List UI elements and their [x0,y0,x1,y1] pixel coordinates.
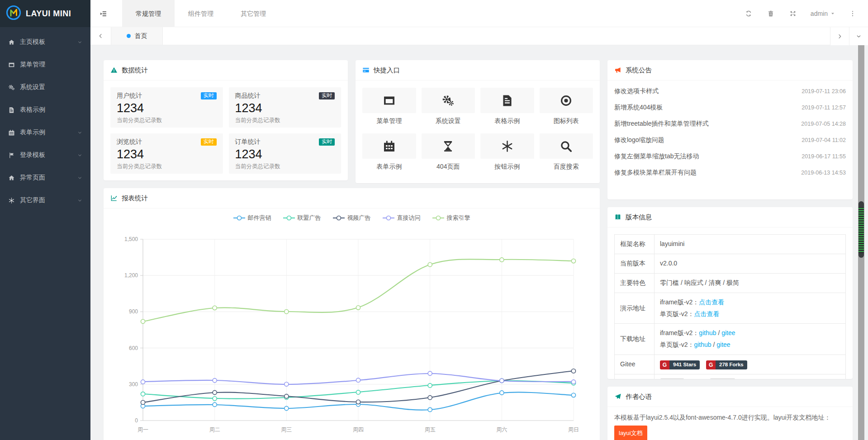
stat-products: 商品统计实时 1234 当前分类总记录数 [229,87,342,128]
download-iframe-github-link[interactable]: github [699,329,716,336]
sidebar-item-system-settings[interactable]: 系统设置 [0,76,90,99]
clear-cache-button[interactable] [760,10,782,17]
legend-label: 视频广告 [347,214,371,222]
legend-item-联盟广告[interactable]: 联盟广告 [283,214,321,222]
chevron-down-icon [77,153,82,158]
refresh-button[interactable] [738,10,760,17]
sidebar-item-login-template[interactable]: 登录模板 [0,144,90,166]
chevron-down-icon [77,130,82,135]
sidebar-item-label: 表单示例 [20,128,45,137]
quick-menu-manage[interactable]: 菜单管理 [362,88,416,125]
quick-form-demo[interactable]: 表单示例 [362,133,416,171]
legend-label: 搜索引擎 [447,214,470,222]
quick-icon-list[interactable]: 图标列表 [540,88,593,125]
realtime-badge: 实时 [319,138,335,146]
tab-home-label: 首页 [135,32,147,40]
legend-marker [283,215,295,221]
legend-marker [383,215,394,221]
svg-text:900: 900 [129,308,138,315]
table-row: 框架名称 layuimini [615,235,846,254]
quick-table-demo[interactable]: 表格示例 [480,88,534,125]
stat-desc: 当前分类总记录数 [235,163,335,170]
sidebar-item-label: 主页模板 [20,38,45,46]
table-row: Gitee G941 Stars G278 Forks [615,355,846,374]
report-card: 报表统计 邮件营销联盟广告视频广告直接访问搜索引擎 周一周二周三周四周五周六周日… [104,188,600,440]
version-table: 框架名称 layuimini 当前版本 v2.0.0 主要特色 零门槛 / 响应… [614,234,846,379]
chevron-right-icon [837,33,843,39]
notice-item: 新增系统404模板2019-07-11 12:57 [614,99,846,116]
notice-list: 修改选项卡样式2019-07-11 23:06 新增系统404模板2019-07… [607,80,853,181]
topnav-tab-other[interactable]: 其它管理 [227,0,280,27]
spread-icon [100,10,107,18]
topnav-tabs: 常规管理 组件管理 其它管理 [122,0,280,27]
table-row: 下载地址 iframe版-v2：github / gitee 单页版-v2：gi… [615,324,846,355]
quick-baidu-search[interactable]: 百度搜索 [540,133,593,171]
window-icon [8,62,20,68]
dot-circle-icon [560,94,573,107]
download-spa-github-link[interactable]: github [694,341,711,348]
quick-entry-card: 快捷入口 菜单管理 系统设置 表格示例 图标列表 [356,60,600,183]
tabs-menu-button[interactable] [849,27,868,45]
download-iframe-gitee-link[interactable]: gitee [721,329,735,336]
layui-doc-button[interactable]: layui文档 [614,426,647,440]
chevron-down-icon [77,175,82,180]
sidebar-item-error-pages[interactable]: 异常页面 [0,166,90,189]
tab-home[interactable]: 首页 [111,27,163,45]
github-fork-button[interactable]: Fork [710,378,735,379]
file-icon [501,94,514,107]
sidebar-menu: 主页模板 菜单管理 系统设置 表格示例 表单示例 登录 [0,27,90,212]
gitee-forks-badge[interactable]: G278 Forks [706,360,747,369]
fullscreen-button[interactable] [782,10,804,17]
sidebar-item-menu-manage[interactable]: 菜单管理 [0,53,90,76]
paper-plane-icon [614,393,621,400]
github-star-button[interactable]: Star [660,378,684,379]
legend-item-直接访问[interactable]: 直接访问 [383,214,421,222]
sidebar: LAYUI MINI 主页模板 菜单管理 系统设置 表格示例 表单 [0,0,90,440]
card-icon [362,66,370,74]
report-chart: 周一周二周三周四周五周六周日03006009001,2001,500 [110,225,593,437]
topnav-tab-components[interactable]: 组件管理 [175,0,227,27]
sidebar-item-other-ui[interactable]: 其它界面 [0,189,90,212]
author-intro: 本模板基于layui2.5.4以及font-awesome-4.7.0进行实现。… [614,412,846,424]
sidebar-item-label: 其它界面 [20,196,45,204]
quick-404-page[interactable]: 404页面 [422,133,475,171]
tabs-scroll-left-button[interactable] [90,27,111,45]
legend-item-邮件营销[interactable]: 邮件营销 [233,214,271,222]
scrollbar-thumb[interactable] [859,201,864,258]
legend-label: 邮件营销 [248,214,271,222]
demo-spa-link[interactable]: 点击查看 [694,310,719,317]
stats-grid: 用户统计实时 1234 当前分类总记录数 商品统计实时 1234 当前分类总记录… [104,80,348,180]
gitee-icon: G [660,360,669,369]
realtime-badge: 实时 [201,138,217,146]
logo[interactable]: LAYUI MINI [0,0,90,27]
collapse-sidebar-button[interactable] [90,0,116,27]
download-spa-gitee-link[interactable]: gitee [716,341,730,348]
author-body: 本模板基于layui2.5.4以及font-awesome-4.7.0进行实现。… [607,407,853,440]
realtime-badge: 实时 [319,92,335,99]
caret-down-icon [830,11,835,16]
scrollbar-track[interactable] [858,45,864,440]
topnav-tab-general[interactable]: 常规管理 [122,0,175,27]
tab-strip-controls [830,27,868,45]
calendar-icon [8,129,20,136]
more-menu-button[interactable] [841,10,863,17]
sidebar-item-table-demo[interactable]: 表格示例 [0,99,90,121]
sidebar-item-home-template[interactable]: 主页模板 [0,31,90,53]
tabs-scroll-right-button[interactable] [830,27,849,45]
gears-icon [8,84,20,91]
realtime-badge: 实时 [201,92,217,99]
user-dropdown[interactable]: admin [804,10,841,17]
gitee-stars-badge[interactable]: G941 Stars [660,360,700,369]
logo-icon [6,5,21,22]
file-icon [8,107,20,114]
legend-label: 直接访问 [397,214,421,222]
sidebar-item-form-demo[interactable]: 表单示例 [0,121,90,144]
framework-name-value: layuimini [655,235,846,254]
demo-iframe-link[interactable]: 点击查看 [699,298,724,306]
quick-button-demo[interactable]: 按钮示例 [480,133,534,171]
quick-system-settings[interactable]: 系统设置 [422,88,475,125]
feature-value: 零门槛 / 响应式 / 清爽 / 极简 [655,273,846,293]
notice-item: 修复多模块菜单栏展开有问题2019-06-13 14:53 [614,165,846,181]
legend-item-视频广告[interactable]: 视频广告 [333,214,371,222]
legend-item-搜索引擎[interactable]: 搜索引擎 [432,214,470,222]
